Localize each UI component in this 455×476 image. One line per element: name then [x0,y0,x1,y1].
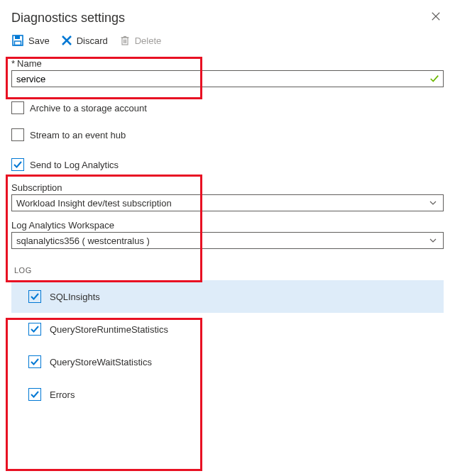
stream-label: Stream to an event hub [30,130,126,140]
subscription-label: Subscription [11,182,444,193]
log-item-label: SQLInsights [50,292,100,302]
log-item-querystorewait[interactable]: QueryStoreWaitStatistics [11,345,444,378]
discard-icon [61,35,72,46]
name-input[interactable] [11,70,444,87]
svg-rect-3 [15,35,20,39]
close-icon [431,11,441,21]
workspace-select[interactable]: sqlanalytics356 ( westcentralus ) [11,232,444,249]
log-item-querystoreruntime[interactable]: QueryStoreRuntimeStatistics [11,313,444,345]
chevron-down-icon [429,236,437,245]
subscription-select[interactable]: Workload Insight dev/test subscription [11,194,444,211]
discard-label: Discard [77,35,108,46]
delete-label: Delete [135,35,162,46]
log-list: SQLInsights QueryStoreRuntimeStatistics … [11,280,444,411]
stream-checkbox[interactable] [11,128,24,141]
archive-checkbox[interactable] [11,101,24,114]
log-section-heading: LOG [14,266,444,275]
save-label: Save [28,35,50,46]
delete-button: Delete [119,35,162,46]
log-analytics-label: Send to Log Analytics [30,160,119,170]
log-item-label: QueryStoreWaitStatistics [50,357,152,367]
save-button[interactable]: Save [11,34,50,47]
log-checkbox[interactable] [28,323,41,336]
name-label: *Name [11,58,444,69]
workspace-value: sqlanalytics356 ( westcentralus ) [16,236,150,246]
log-checkbox[interactable] [28,388,41,401]
log-checkbox[interactable] [28,290,41,303]
log-item-label: Errors [50,389,75,400]
chevron-down-icon [429,199,437,207]
workspace-label: Log Analytics Workspace [11,220,444,231]
log-item-errors[interactable]: Errors [11,378,444,411]
log-item-label: QueryStoreRuntimeStatistics [50,324,168,335]
log-analytics-checkbox[interactable] [11,158,24,171]
page-title: Diagnostics settings [11,11,125,26]
valid-icon [429,74,439,84]
archive-label: Archive to a storage account [30,103,147,114]
close-button[interactable] [428,9,444,27]
delete-icon [119,35,131,46]
log-checkbox[interactable] [28,355,41,368]
log-item-sqlinsights[interactable]: SQLInsights [11,280,444,313]
subscription-value: Workload Insight dev/test subscription [16,198,172,209]
required-indicator: * [11,58,15,69]
save-icon [11,34,24,47]
svg-rect-4 [15,41,21,45]
discard-button[interactable]: Discard [61,35,108,46]
